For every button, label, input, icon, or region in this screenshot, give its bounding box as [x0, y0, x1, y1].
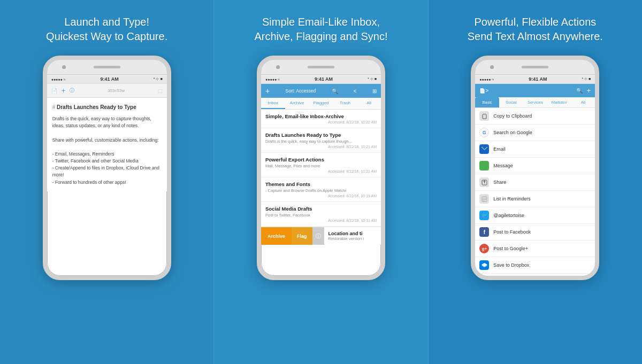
inbox-item-2-title: Drafts Launches Ready to Type — [265, 132, 377, 138]
actions-search-icon[interactable]: 🔍 — [576, 88, 583, 94]
inbox-item-4-title: Themes and Fonts — [265, 181, 377, 187]
inbox-item-4-sub: - Capture and Browse Drafts on Apple Wat… — [265, 188, 377, 193]
tab-inbox[interactable]: Inbox — [261, 98, 285, 109]
action-copy-clipboard[interactable]: Copy to Clipboard — [475, 108, 595, 125]
inbox-item-2[interactable]: Drafts Launches Ready to Type Drafts is … — [261, 128, 381, 153]
panel-2-title: Simple Email-Like Inbox, Archive, Flaggi… — [254, 15, 387, 44]
action-icloud[interactable]: Save to iCloud Drive — [475, 274, 595, 280]
inbox-add-icon[interactable]: + — [265, 87, 270, 95]
action-label-message: Message — [493, 163, 513, 168]
inbox-item-2-sub: Drafts is the quick, easy way to capture… — [265, 139, 377, 144]
tab-all[interactable]: All — [571, 97, 595, 107]
swipe-archive-button[interactable]: Archive — [261, 227, 292, 245]
action-label-share: Share — [493, 180, 506, 185]
inbox-item-5-title: Social Media Drafts — [265, 206, 377, 212]
phone-speaker-3 — [522, 66, 548, 68]
action-label-facebook: Post to Facebook — [493, 229, 531, 235]
action-facebook[interactable]: f Post to Facebook — [475, 224, 595, 241]
phone-top-3 — [475, 60, 595, 75]
action-share[interactable]: Share — [475, 174, 595, 191]
svg-marker-4 — [483, 168, 484, 169]
action-reminders[interactable]: List in Reminders — [475, 191, 595, 207]
actions-forward-icon[interactable]: > — [485, 88, 488, 94]
editor-body: Drafts is the quick, easy way to capture… — [52, 115, 162, 186]
tab-basic[interactable]: Basic — [475, 97, 499, 107]
phone-status-1: ●●●●● ≈ 9:41 AM * ⊹ ■ — [47, 75, 167, 84]
editor-toolbar: 📄 + ⓘ 353c53w ⬚ — [47, 84, 167, 98]
tab-social[interactable]: Social — [499, 97, 523, 107]
tab-flagged[interactable]: Flagged — [309, 98, 333, 109]
battery-3: * ⊹ ■ — [582, 77, 591, 81]
phone-screen-2: + Sort: Accessed 🔍 < ⊞ Inbox Archive Fla… — [261, 84, 381, 245]
action-dropbox[interactable]: Save to Dropbox — [475, 257, 595, 274]
time-3: 9:41 AM — [529, 76, 547, 82]
inbox-item-5[interactable]: Social Media Drafts Post to Twitter, Fac… — [261, 202, 381, 227]
time-1: 9:41 AM — [101, 76, 119, 82]
swipe-item-content: Location and ti Restorable version l — [324, 227, 381, 245]
tab-all[interactable]: All — [357, 98, 381, 109]
tab-archive[interactable]: Archive — [285, 98, 309, 109]
phone-2: ●●●●● ≈ 9:41 AM * ⊹ ■ + Sort: Accessed 🔍… — [257, 56, 385, 280]
inbox-item-3[interactable]: Powerful Export Actions Mail, Message, F… — [261, 153, 381, 177]
phone-3: ●●●●● ≈ 9:41 AM * ⊹ ■ 📄 > 🔍 + Basic Soci… — [471, 56, 599, 280]
phone-camera-2 — [276, 65, 280, 69]
phone-speaker-2 — [308, 66, 334, 68]
svg-rect-1 — [483, 113, 485, 114]
panel-1: Launch and Type! Quickest Way to Capture… — [0, 0, 213, 364]
action-label-twitter: @agiletortoise — [493, 213, 524, 218]
panel-3-title: Powerful, Flexible Actions Send Text Alm… — [468, 15, 603, 44]
panel-3: Powerful, Flexible Actions Send Text Alm… — [429, 0, 642, 364]
tab-services[interactable]: Services — [523, 97, 547, 107]
editor-title: # Drafts Launches Ready to Type — [52, 103, 162, 111]
editor-toolbar-icons: 📄 + ⓘ — [51, 87, 75, 95]
inbox-item-1-date: Accessed: 8/22/16, 10:22 AM — [265, 120, 377, 124]
phone-top-1 — [47, 60, 167, 75]
action-message[interactable]: Message — [475, 158, 595, 174]
phone-screen-1: 📄 + ⓘ 353c53w ⬚ # Drafts Launches Ready … — [47, 84, 167, 191]
actions-tabs: Basic Social Services Markdov All — [475, 97, 595, 108]
inbox-item-3-title: Powerful Export Actions — [265, 157, 377, 162]
swipe-info-button[interactable]: ⓘ — [312, 227, 324, 245]
signal: ●●●●● ≈ — [51, 78, 66, 81]
doc-icon: 📄 — [51, 88, 57, 94]
draft-code: 353c53w — [108, 88, 125, 93]
swipe-flag-button[interactable]: Flag — [292, 227, 312, 245]
editor-content[interactable]: # Drafts Launches Ready to Type Drafts i… — [47, 98, 167, 191]
action-googleplus[interactable]: g+ Post to Google+ — [475, 241, 595, 257]
sort-label[interactable]: Sort: Accessed — [285, 88, 316, 94]
action-label-icloud: Save to iCloud Drive — [493, 279, 537, 280]
info-icon[interactable]: ⓘ — [70, 87, 74, 94]
battery-1: * ⊹ ■ — [154, 77, 163, 81]
action-email[interactable]: Email — [475, 141, 595, 158]
tab-markdov[interactable]: Markdov — [547, 97, 571, 107]
svg-rect-3 — [482, 163, 487, 168]
action-twitter[interactable]: 🐦 @agiletortoise — [475, 207, 595, 224]
inbox-grid-icon[interactable]: ⊞ — [372, 88, 377, 94]
svg-rect-0 — [483, 114, 486, 119]
message-icon — [479, 161, 489, 171]
action-label-dropbox: Save to Dropbox — [493, 262, 529, 268]
icloud-icon — [479, 277, 489, 280]
inbox-item-2-date: Accessed: 8/22/16, 10:21 AM — [265, 145, 377, 149]
inbox-item-1-title: Simple, Email-like Inbox-Archive — [265, 113, 377, 119]
inbox-back-icon[interactable]: < — [354, 88, 357, 94]
inbox-toolbar: + Sort: Accessed 🔍 < ⊞ — [261, 84, 381, 98]
phone-1: ●●●●● ≈ 9:41 AM * ⊹ ■ 📄 + ⓘ 353c53w ⬚ # … — [43, 56, 171, 280]
inbox-item-4[interactable]: Themes and Fonts - Capture and Browse Dr… — [261, 177, 381, 202]
inbox-item-3-sub: Mail, Message, Files and more — [265, 164, 377, 168]
tab-trash[interactable]: Trash — [333, 98, 357, 109]
share-icon — [479, 177, 489, 187]
add-icon[interactable]: + — [62, 87, 66, 95]
action-label-google: Search on Google — [493, 130, 532, 135]
inbox-item-1[interactable]: Simple, Email-like Inbox-Archive Accesse… — [261, 110, 381, 128]
twitter-icon: 🐦 — [479, 211, 489, 220]
inbox-tabs: Inbox Archive Flagged Trash All — [261, 98, 381, 110]
phone-screen-3: 📄 > 🔍 + Basic Social Services Markdov Al… — [475, 84, 595, 280]
action-label-clipboard: Copy to Clipboard — [493, 113, 532, 119]
dropbox-icon — [479, 260, 489, 270]
inbox-search-icon[interactable]: 🔍 — [332, 88, 338, 94]
inbox-item-5-sub: Post to Twitter, Facebook — [265, 213, 377, 218]
actions-add-icon[interactable]: + — [587, 87, 591, 95]
actions-doc-icon: 📄 — [479, 88, 485, 94]
action-search-google[interactable]: G Search on Google — [475, 125, 595, 141]
